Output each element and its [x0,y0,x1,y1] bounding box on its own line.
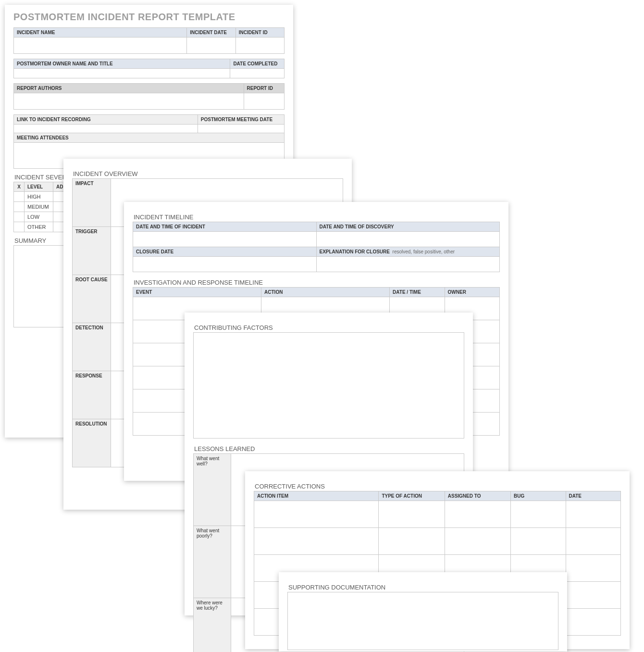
col-dt: DATE / TIME [390,288,445,297]
row-trigger: TRIGGER [73,227,111,275]
report-authors-input[interactable] [14,93,244,110]
report-id-input[interactable] [244,93,284,110]
timeline-table: DATE AND TIME OF INCIDENT DATE AND TIME … [133,222,500,272]
col-type: TYPE OF ACTION [379,491,445,501]
table-row: HIGH [14,192,72,202]
ca-bug[interactable] [511,528,566,555]
authors-table: REPORT AUTHORS REPORT ID [13,83,285,110]
closure-exp-label: EXPLANATION FOR CLOSURE [320,249,390,254]
ca-type[interactable] [379,501,445,528]
col-owner: POSTMORTEM OWNER NAME AND TITLE [14,59,230,69]
contrib-table [193,332,464,439]
table-row [254,501,621,528]
col-level: LEVEL [25,182,53,192]
col-bug: BUG [511,491,566,501]
sev-level: MEDIUM [25,202,53,212]
sev-x[interactable] [14,192,25,202]
row-resolution: RESOLUTION [73,419,111,467]
contrib-title: CONTRIBUTING FACTORS [194,324,464,331]
col-meeting-date: POSTMORTEM MEETING DATE [198,115,284,125]
closure-exp-hint: resolved, false positive, other [393,249,455,254]
col-action-item: ACTION ITEM [254,491,379,501]
sev-level: OTHER [25,222,53,232]
severity-table: X LEVEL ADD HIGH MEDIUM LOW OTHER [13,182,72,232]
corrective-title: CORRECTIVE ACTIONS [255,483,621,490]
col-x: X [14,182,25,192]
closure-date-input[interactable] [133,257,317,272]
page-title: POSTMORTEM INCIDENT REPORT TEMPLATE [13,12,285,23]
ca-item[interactable] [254,528,379,555]
owner-table: POSTMORTEM OWNER NAME AND TITLE DATE COM… [13,59,285,78]
incident-header-table: INCIDENT NAME INCIDENT DATE INCIDENT ID [13,27,285,54]
sev-x[interactable] [14,202,25,212]
ca-date[interactable] [566,609,620,636]
ca-bug[interactable] [511,501,566,528]
contrib-input[interactable] [194,333,464,439]
col-incident-id: INCIDENT ID [235,28,284,38]
support-input[interactable] [288,592,558,650]
col-owner: OWNER [445,288,499,297]
closure-exp-input[interactable] [316,257,500,272]
ca-item[interactable] [254,501,379,528]
row-went-well: What went well? [194,454,231,526]
table-row: LOW [14,212,72,222]
overview-title: INCIDENT OVERVIEW [73,170,343,177]
investigation-title: INVESTIGATION AND RESPONSE TIMELINE [134,279,500,286]
dtd-input[interactable] [316,232,500,247]
table-row: OTHER [14,222,72,232]
col-report-id: REPORT ID [244,84,284,93]
table-row: MEDIUM [14,202,72,212]
col-action: ACTION [261,288,390,297]
col-date-completed: DATE COMPLETED [230,59,285,69]
col-link: LINK TO INCIDENT RECORDING [14,115,198,125]
owner-input[interactable] [14,69,230,78]
col-attendees: MEETING ATTENDEES [14,133,285,143]
col-closure-explanation: EXPLANATION FOR CLOSURE resolved, false … [316,247,500,257]
sev-x[interactable] [14,222,25,232]
col-event: EVENT [133,288,261,297]
col-incident-name: INCIDENT NAME [14,28,187,38]
row-root-cause: ROOT CAUSE [73,275,111,323]
col-incident-date: INCIDENT DATE [187,28,235,38]
col-date-time-discovery: DATE AND TIME OF DISCOVERY [316,222,500,232]
ca-date[interactable] [566,528,620,555]
row-impact: IMPACT [73,179,111,227]
row-response: RESPONSE [73,371,111,419]
ca-date[interactable] [566,501,620,528]
meeting-date-input[interactable] [198,125,284,133]
sev-level: LOW [25,212,53,222]
timeline-title: INCIDENT TIMELINE [134,213,500,221]
ca-date[interactable] [566,555,620,582]
support-title: SUPPORTING DOCUMENTATION [288,584,558,591]
lessons-title: LESSONS LEARNED [194,445,464,452]
ca-assigned[interactable] [445,501,510,528]
incident-date-input[interactable] [187,38,235,54]
col-report-authors: REPORT AUTHORS [14,84,244,93]
ca-assigned[interactable] [445,528,510,555]
sev-level: HIGH [25,192,53,202]
ca-date[interactable] [566,582,620,609]
col-date: DATE [566,491,620,501]
col-assigned: ASSIGNED TO [445,491,510,501]
row-went-poorly: What went poorly? [194,526,231,598]
row-detection: DETECTION [73,323,111,371]
incident-name-input[interactable] [14,38,187,54]
row-lucky: Where were we lucky? [194,598,231,652]
col-date-time-incident: DATE AND TIME OF INCIDENT [133,222,317,232]
sev-x[interactable] [14,212,25,222]
date-completed-input[interactable] [230,69,285,78]
dti-input[interactable] [133,232,317,247]
ca-type[interactable] [379,528,445,555]
table-row [254,528,621,555]
col-closure-date: CLOSURE DATE [133,247,317,257]
link-input[interactable] [14,125,198,133]
incident-id-input[interactable] [235,38,284,54]
support-table [287,592,558,650]
